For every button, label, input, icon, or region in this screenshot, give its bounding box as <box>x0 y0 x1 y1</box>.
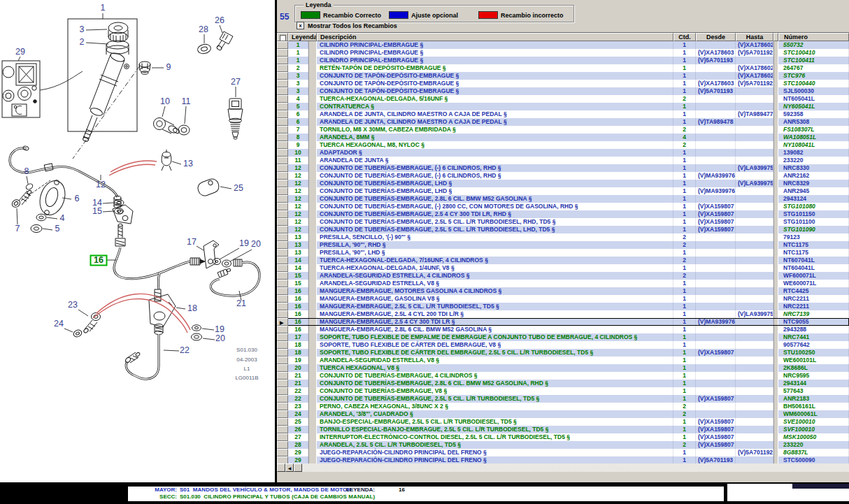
diagram-callout-3[interactable]: 3 <box>80 24 85 34</box>
table-row[interactable]: 6ARANDELA DE JUNTA, CILINDRO MAESTRO A C… <box>277 110 849 118</box>
row-gutter[interactable] <box>277 103 288 110</box>
diagram-callout-24[interactable]: 24 <box>54 319 64 329</box>
h-scrollbar[interactable]: ◀ <box>277 463 849 472</box>
row-gutter[interactable] <box>277 110 288 118</box>
row-gutter[interactable] <box>277 141 288 149</box>
header-leyenda[interactable]: Leyenda <box>288 33 317 41</box>
table-row[interactable]: 26TORNILLO ESPECIAL-BANJO-EMBRAGUE, 2.5L… <box>277 426 849 433</box>
table-row[interactable]: 16MANGUERA-EMBRAGUE, 2.8L 6 CIL. BMW M52… <box>277 326 849 333</box>
table-row[interactable]: 17SOPORTE, TUBO FLEXIBLE DE EMPALME DE E… <box>277 333 849 341</box>
table-row[interactable]: 3CONJUNTO DE TAPÓN-DEPÓSITO-EMBRAGUE §1(… <box>277 87 849 95</box>
row-gutter[interactable] <box>277 341 288 349</box>
row-gutter[interactable] <box>277 387 288 395</box>
row-gutter[interactable] <box>277 333 288 341</box>
diagram-callout-19[interactable]: 19 <box>215 324 224 334</box>
table-row[interactable]: 1CILINDRO PRINCIPAL-EMBRAGUE §1(V)XA1786… <box>277 49 849 57</box>
row-gutter[interactable] <box>277 126 288 134</box>
row-gutter[interactable] <box>277 433 288 441</box>
row-gutter[interactable] <box>277 249 288 257</box>
diagram-callout-28[interactable]: 28 <box>199 24 208 34</box>
row-gutter[interactable] <box>277 241 288 249</box>
row-gutter[interactable] <box>277 172 288 180</box>
row-gutter[interactable] <box>277 364 288 372</box>
table-row[interactable]: 16MANGUERA-EMBRAGUE, 2.5L 4 CYL 200 TDI … <box>277 310 849 318</box>
row-gutter[interactable] <box>277 57 288 64</box>
table-row[interactable]: 12CONJUNTO DE TUBERÍAS-EMBRAGUE, 2.8L 6 … <box>277 195 849 203</box>
table-row[interactable]: 13PRESILLA, '90"', RHD §2NTC1175 <box>277 241 849 249</box>
row-gutter[interactable] <box>277 80 288 87</box>
table-row[interactable]: 7TORNILLO, M8 X 30MM, CABEZA EMBRIDADA §… <box>277 126 849 134</box>
diagram-callout-18[interactable]: 18 <box>187 303 197 313</box>
row-gutter[interactable] <box>277 210 288 218</box>
row-gutter[interactable] <box>277 380 288 387</box>
row-gutter[interactable]: ▶ <box>277 318 288 326</box>
table-row[interactable]: 12CONJUNTO DE TUBERÍAS-EMBRAGUE, 2.5L 5 … <box>277 226 849 233</box>
table-row[interactable]: 16MANGUERA-EMBRAGUE, GASOLINA V8 §1NRC22… <box>277 295 849 303</box>
diagram-callout-23[interactable]: 23 <box>68 300 78 310</box>
row-gutter[interactable] <box>277 357 288 364</box>
row-gutter[interactable] <box>277 95 288 103</box>
diagram-callout-11[interactable]: 11 <box>182 96 191 106</box>
row-gutter[interactable] <box>277 187 288 195</box>
table-row[interactable]: 22CONJUNTO DE TUBERÍAS-EMBRAGUE, 2.5L 5 … <box>277 395 849 403</box>
row-gutter[interactable] <box>277 157 288 164</box>
table-row[interactable]: 15ARANDELA-SEGURIDAD ESTRELLA, 4 CILINDR… <box>277 272 849 280</box>
table-row[interactable]: 27INTERRUPTOR-ELECTRÓNICO-CONTROL DIESEL… <box>277 433 849 441</box>
diagram-callout-8[interactable]: 8 <box>24 166 29 176</box>
table-row[interactable]: 11ARANDELA DE JUNTA §1233220 <box>277 157 849 164</box>
diagram-callout-20[interactable]: 20 <box>215 333 225 343</box>
table-row[interactable]: 23PERNO, CABEZA HEXAGONAL, 3/8UNC X 2 §2… <box>277 403 849 410</box>
select-all-checkbox[interactable] <box>280 35 286 41</box>
table-row[interactable]: 6ARANDELA DE JUNTA, CILINDRO MAESTRO A C… <box>277 118 849 126</box>
diagram-callout-22[interactable]: 22 <box>180 345 190 355</box>
table-row[interactable]: 25BANJO-ESPECIAL-EMBRAGUE, 2.5L 5 CIL. L… <box>277 418 849 426</box>
diagram-callout-26[interactable]: 26 <box>215 15 224 25</box>
table-row[interactable]: 21CONJUNTO DE TUBERÍAS-EMBRAGUE, 4 CILIN… <box>277 372 849 380</box>
diagram-callout-16[interactable]: 16 <box>94 255 104 265</box>
diagram-callout-29[interactable]: 29 <box>15 47 25 57</box>
row-gutter[interactable] <box>277 372 288 380</box>
row-gutter[interactable] <box>277 310 288 318</box>
row-gutter[interactable] <box>277 64 288 72</box>
header-hasta[interactable]: Hasta <box>736 33 773 41</box>
table-row[interactable]: 20TUERCA HEXAGONAL, V8 §12K8686L <box>277 364 849 372</box>
header-numero[interactable]: Número <box>778 33 849 41</box>
table-row[interactable]: 18SOPORTE, TUBO FLEXIBLE DE CÁRTER DEL E… <box>277 349 849 357</box>
row-gutter[interactable] <box>277 164 288 172</box>
row-gutter[interactable] <box>277 349 288 357</box>
table-row[interactable]: 12CONJUNTO DE TUBERÍAS-EMBRAGUE, (-) 280… <box>277 203 849 210</box>
table-row[interactable]: 2RETÉN-TAPÓN DE DEPÓSITO-EMBRAGUE §1(V)X… <box>277 64 849 72</box>
table-row[interactable]: 4TUERCA-HEXAGONAL-DELGADA, 5/16UNF §2NT6… <box>277 95 849 103</box>
row-gutter[interactable] <box>277 326 288 333</box>
table-row[interactable]: 12CONJUNTO DE TUBERÍAS-EMBRAGUE, (-) 6 C… <box>277 172 849 180</box>
diagram-callout-9[interactable]: 9 <box>166 62 171 72</box>
table-row[interactable]: ▶16MANGUERA-EMBRAGUE, 2.5 4 CY 300 TDI L… <box>277 318 849 326</box>
table-row[interactable]: 12CONJUNTO DE TUBERÍAS-EMBRAGUE, 2.5 4 C… <box>277 210 849 218</box>
row-gutter[interactable] <box>277 180 288 187</box>
table-row[interactable]: 28ARANDELA, 2.5L 5 CIL. L/R TURBODIESEL,… <box>277 441 849 449</box>
diagram-callout-21[interactable]: 21 <box>236 298 246 308</box>
row-gutter[interactable] <box>277 218 288 226</box>
row-gutter[interactable] <box>277 195 288 203</box>
table-row[interactable]: 29JUEGO-REPARACIÓN-CILINDRO PRINCIPAL DE… <box>277 449 849 456</box>
row-gutter[interactable] <box>277 233 288 241</box>
diagram-callout-20[interactable]: 20 <box>251 239 261 249</box>
table-row[interactable]: 12CONJUNTO DE TUBERÍAS-EMBRAGUE, 2.5L 5 … <box>277 218 849 226</box>
diagram-callout-13[interactable]: 13 <box>183 159 193 168</box>
table-row[interactable]: 14TUERCA-HEXAGONAL-DELGADA, 7/16UNF, 4 C… <box>277 257 849 264</box>
diagram-callout-17[interactable]: 17 <box>187 237 197 247</box>
table-row[interactable]: 18SOPORTE, TUBO FLEXIBLE DE CÁRTER DEL E… <box>277 341 849 349</box>
row-gutter[interactable] <box>277 418 288 426</box>
header-desde[interactable]: Desde <box>696 33 736 41</box>
table-row[interactable]: 22CONJUNTO DE TUBERÍAS-EMBRAGUE, V8 §157… <box>277 387 849 395</box>
table-row[interactable]: 9TUERCA HEXAGONAL, M8, NYLOC §2NY108041L <box>277 141 849 149</box>
table-row[interactable]: 24ARANDELA, '3/8"', CUADRADO §2WM600061L <box>277 410 849 418</box>
table-row[interactable]: 10ADAPTADOR §1139082 <box>277 149 849 157</box>
row-gutter[interactable] <box>277 395 288 403</box>
row-gutter[interactable] <box>277 280 288 287</box>
show-all-checkbox[interactable]: x <box>297 22 304 29</box>
table-row[interactable]: 3CONJUNTO DE TAPÓN-DEPÓSITO-EMBRAGUE §1(… <box>277 80 849 87</box>
row-gutter[interactable] <box>277 149 288 157</box>
diagram-callout-4[interactable]: 4 <box>60 213 65 223</box>
header-ctd[interactable]: Ctd. <box>673 33 696 41</box>
